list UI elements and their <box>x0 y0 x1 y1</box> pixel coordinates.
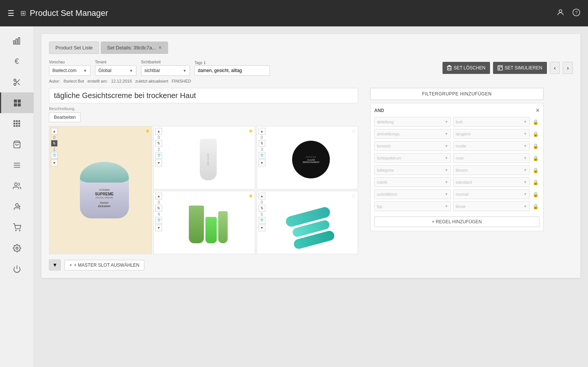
set-title-input[interactable] <box>49 88 358 103</box>
filter-value-0[interactable]: bob ▼ <box>453 117 530 127</box>
filter-field-4[interactable]: kategorie ▼ <box>374 165 451 175</box>
svg-rect-13 <box>14 103 17 106</box>
filter-value-5[interactable]: standard ▼ <box>453 177 530 187</box>
filter-value-4[interactable]: blusen ▼ <box>453 165 530 175</box>
slot-2-up[interactable]: ▲ <box>155 128 162 135</box>
filter-lock-6[interactable]: 🔒 <box>532 192 539 197</box>
filter-row-1: anmeldungs ▼ langarm ▼ 🔒 <box>374 129 539 139</box>
slot-2-down[interactable]: ▼ <box>155 160 162 166</box>
sidebar-item-shop[interactable] <box>0 134 34 155</box>
sichtbarkeit-arrow: ▼ <box>183 69 187 73</box>
slot-5-up[interactable]: ▲ <box>259 193 265 200</box>
btn-set-simulieren[interactable]: SET SIMULIEREN <box>493 62 547 74</box>
slot-3-star[interactable]: ☆ <box>351 128 356 134</box>
filter-value-1[interactable]: langarm ▼ <box>453 129 530 139</box>
aktualisiert-label: zuletzt aktualisiert <box>135 79 168 83</box>
slot-3-up[interactable]: ▲ <box>259 128 265 135</box>
btn-nav-prev[interactable]: ‹ <box>550 62 560 74</box>
slot-1-star[interactable]: ★ <box>145 128 150 134</box>
filter-lock-1[interactable]: 🔒 <box>532 131 539 137</box>
tags-info-icon: ℹ <box>204 60 205 65</box>
filter-value-3[interactable]: rose ▼ <box>453 153 530 163</box>
sidebar-item-list[interactable] <box>0 155 34 175</box>
sidebar-item-settings[interactable] <box>0 238 34 258</box>
btn-master-slot[interactable]: + + MASTER SLOT AUSWÄHLEN <box>64 260 144 270</box>
filter-value-7[interactable]: bluse ▼ <box>453 201 530 211</box>
tab-close-button[interactable]: ✕ <box>158 45 162 50</box>
tenant-select[interactable]: Global ▼ <box>95 65 136 76</box>
filter-field-5[interactable]: rubrik ▼ <box>374 177 451 187</box>
slot-4-star[interactable]: ★ <box>248 193 253 199</box>
filter-field-1[interactable]: anmeldungs ▼ <box>374 129 451 139</box>
sidebar-item-add-user[interactable] <box>0 196 34 217</box>
slot-5-star[interactable]: ☆ <box>351 193 356 199</box>
tags-input[interactable] <box>194 65 270 76</box>
filter-field-7[interactable]: typ ▼ <box>374 201 451 211</box>
slot-4-product <box>154 191 254 254</box>
slot-3-shirt[interactable]: 👕 <box>259 152 265 159</box>
filter-field-0[interactable]: abteilung ▼ <box>374 117 451 127</box>
slot-1-down[interactable]: ▼ <box>51 160 58 166</box>
tab-product-set-liste[interactable]: Product Set Liste <box>49 41 99 54</box>
slot-3-down[interactable]: ▼ <box>259 160 265 166</box>
sichtbarkeit-select[interactable]: sichtbar ▼ <box>141 65 190 76</box>
svg-point-29 <box>15 203 18 206</box>
slot-2-arrows[interactable]: ⇅ <box>155 140 162 147</box>
filter-value-2[interactable]: mode ▼ <box>453 141 530 151</box>
btn-set-loeschen[interactable]: SET LÖSCHEN <box>443 62 490 74</box>
slot-2-shirt[interactable]: 👕 <box>155 152 162 159</box>
vorschau-group: Vorschau 8select.com ▼ <box>49 60 90 76</box>
sidebar-item-scissors[interactable] <box>0 72 34 92</box>
btn-add-rule[interactable]: + REGEL HINZUFÜGEN <box>374 217 539 227</box>
sidebar-item-grid-small[interactable] <box>0 113 34 134</box>
filter-close-btn[interactable]: × <box>536 107 539 114</box>
filter-lock-0[interactable]: 🔒 <box>532 119 539 125</box>
slot-4-arrows[interactable]: ⇅ <box>155 205 162 212</box>
slot-5-shirt[interactable]: 👕 <box>259 217 265 224</box>
filter-field-6[interactable]: schnittform ▼ <box>374 189 451 199</box>
vorschau-select[interactable]: 8select.com ▼ <box>49 65 90 76</box>
tab-set-details[interactable]: Set Details: 39c8c7a... ✕ <box>101 41 168 54</box>
filter-lock-3[interactable]: 🔒 <box>532 155 539 161</box>
toolbar: Vorschau 8select.com ▼ Tenant Global ▼ S… <box>49 60 573 76</box>
status-badge: FINISHED <box>172 79 191 83</box>
btn-nav-next[interactable]: › <box>563 62 573 74</box>
filter-group: AND × abteilung ▼ bob ▼ 🔒 <box>370 103 544 231</box>
sidebar-item-product-sets[interactable] <box>0 92 34 113</box>
menu-icon[interactable]: ☰ <box>8 9 14 18</box>
filter-field-3[interactable]: lichtspektrum ▼ <box>374 153 451 163</box>
filter-lock-4[interactable]: 🔒 <box>532 167 539 173</box>
slot-2-star[interactable]: ★ <box>248 128 253 134</box>
slot-4-shirt[interactable]: 👕 <box>155 217 162 224</box>
svg-rect-18 <box>13 123 15 124</box>
slot-3-arrows[interactable]: ⇅ <box>259 140 265 147</box>
filter-field-2[interactable]: bereich ▼ <box>374 141 451 151</box>
sidebar-item-cart[interactable] <box>0 217 34 238</box>
slot-5-down[interactable]: ▼ <box>259 224 265 231</box>
user-icon[interactable] <box>556 8 565 18</box>
sidebar-item-power[interactable] <box>0 258 34 279</box>
sidebar-item-pricing[interactable]: € <box>0 51 34 72</box>
btn-filtergruppe-hinzufuegen[interactable]: FILTERGRUPPE HINZUFÜGEN <box>370 88 544 100</box>
svg-rect-17 <box>18 120 20 122</box>
top-navigation: ☰ ⊞ Product Set Manager ? <box>0 0 588 26</box>
sidebar-item-users[interactable] <box>0 175 34 196</box>
slot-1-shirt[interactable]: 👕 <box>51 152 58 159</box>
filter-lock-2[interactable]: 🔒 <box>532 143 539 149</box>
slot-4-up[interactable]: ▲ <box>155 193 162 200</box>
filter-value-6[interactable]: normal ▼ <box>453 189 530 199</box>
filter-lock-5[interactable]: 🔒 <box>532 180 539 185</box>
sidebar-item-analytics[interactable] <box>0 30 34 51</box>
slot-1-arrows[interactable]: ⇅ <box>51 140 58 147</box>
svg-rect-16 <box>16 120 18 122</box>
slot-dropdown-btn[interactable]: ▼ <box>49 260 61 270</box>
filter-lock-7[interactable]: 🔒 <box>532 204 539 209</box>
slot-5-arrows[interactable]: ⇅ <box>259 205 265 212</box>
btn-bearbeiten[interactable]: Bearbeiten <box>49 112 81 122</box>
filter-panel: FILTERGRUPPE HINZUFÜGEN AND × abteilung … <box>370 88 544 231</box>
help-icon[interactable]: ? <box>572 8 580 18</box>
slot-3-controls: ▲ 0 ⇅ 3 👕 ▼ <box>259 128 265 166</box>
product-slot-1: ▲ 0 ⇅ 1 👕 ▼ ★ <box>49 126 152 254</box>
slot-1-up[interactable]: ▲ <box>51 128 58 135</box>
slot-4-down[interactable]: ▼ <box>155 224 162 231</box>
